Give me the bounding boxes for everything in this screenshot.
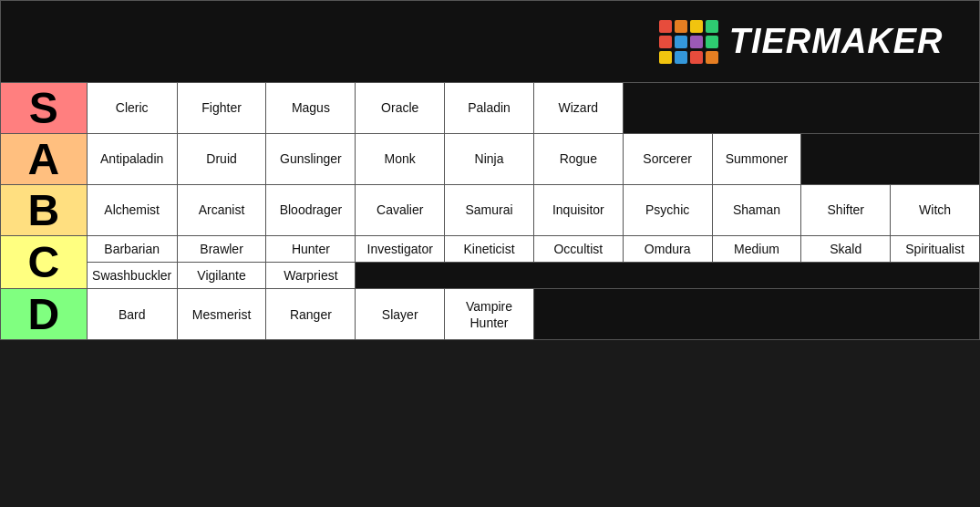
tier-c-item-6: Omdura — [623, 236, 712, 263]
tier-c-item-12: Warpriest — [266, 263, 356, 289]
tier-s-item-2: Magus — [266, 83, 356, 134]
tier-b-item-0: Alchemist — [87, 185, 177, 236]
tier-c-item-1: Brawler — [177, 236, 266, 263]
tier-d-item-1: Mesmerist — [177, 289, 266, 340]
tier-a-item-5: Rogue — [533, 134, 623, 185]
tier-c-item-7: Medium — [712, 236, 801, 263]
tier-label-s: S — [1, 83, 88, 134]
tier-c-item-9: Spiritualist — [891, 236, 980, 263]
tier-s-item-1: Fighter — [177, 83, 266, 134]
tier-b-item-1: Arcanist — [177, 185, 266, 236]
tier-row-c1: C Barbarian Brawler Hunter Investigator … — [1, 236, 980, 263]
tier-d-item-4: Vampire Hunter — [445, 289, 534, 340]
tier-a-item-7: Summoner — [712, 134, 801, 185]
header-row: TierMaker — [1, 1, 980, 83]
tier-c2-empty — [356, 263, 980, 289]
tier-row-b: B Alchemist Arcanist Bloodrager Cavalier… — [1, 185, 980, 236]
tier-row-s: S Cleric Fighter Magus Oracle Paladin Wi… — [1, 83, 980, 134]
tier-s-item-4: Paladin — [445, 83, 534, 134]
logo-text: TierMaker — [729, 22, 944, 61]
tier-s-item-3: Oracle — [356, 83, 445, 134]
tier-d-empty — [533, 289, 979, 340]
tier-b-item-2: Bloodrager — [266, 185, 356, 236]
tier-label-d: D — [1, 289, 88, 340]
tier-b-item-8: Shifter — [801, 185, 891, 236]
tier-c-item-11: Vigilante — [177, 263, 266, 289]
tier-a-empty — [801, 134, 980, 185]
tier-table: TierMaker S Cleric Fighter Magus Oracle … — [0, 0, 980, 340]
tier-d-item-3: Slayer — [356, 289, 445, 340]
tier-c-item-4: Kineticist — [445, 236, 534, 263]
tier-b-item-7: Shaman — [712, 185, 801, 236]
tier-c-item-8: Skald — [801, 236, 891, 263]
tier-label-a: A — [1, 134, 88, 185]
tier-a-item-4: Ninja — [445, 134, 534, 185]
tier-b-item-5: Inquisitor — [533, 185, 623, 236]
tier-a-item-0: Antipaladin — [87, 134, 177, 185]
tier-d-item-0: Bard — [87, 289, 177, 340]
tier-b-item-4: Samurai — [445, 185, 534, 236]
tier-c-item-2: Hunter — [266, 236, 356, 263]
tier-s-empty — [623, 83, 979, 134]
tier-c-item-10: Swashbuckler — [87, 263, 177, 289]
tier-label-b: B — [1, 185, 88, 236]
tier-a-item-1: Druid — [177, 134, 266, 185]
tier-label-c: C — [1, 236, 88, 289]
tier-b-item-3: Cavalier — [356, 185, 445, 236]
tier-c-item-3: Investigator — [356, 236, 445, 263]
tier-s-item-0: Cleric — [87, 83, 177, 134]
tier-b-item-9: Witch — [891, 185, 980, 236]
logo-cell: TierMaker — [623, 1, 979, 83]
tier-c-item-0: Barbarian — [87, 236, 177, 263]
tier-d-item-2: Ranger — [266, 289, 356, 340]
tier-row-a: A Antipaladin Druid Gunslinger Monk Ninj… — [1, 134, 980, 185]
tier-row-d: D Bard Mesmerist Ranger Slayer Vampire H… — [1, 289, 980, 340]
tier-a-item-6: Sorcerer — [623, 134, 712, 185]
tier-c-item-5: Occultist — [533, 236, 623, 263]
tier-a-item-2: Gunslinger — [266, 134, 356, 185]
tier-a-item-3: Monk — [356, 134, 445, 185]
tier-row-c2: Swashbuckler Vigilante Warpriest — [1, 263, 980, 289]
logo-grid — [659, 20, 718, 64]
tier-s-item-5: Wizard — [533, 83, 623, 134]
tier-b-item-6: Psychic — [623, 185, 712, 236]
